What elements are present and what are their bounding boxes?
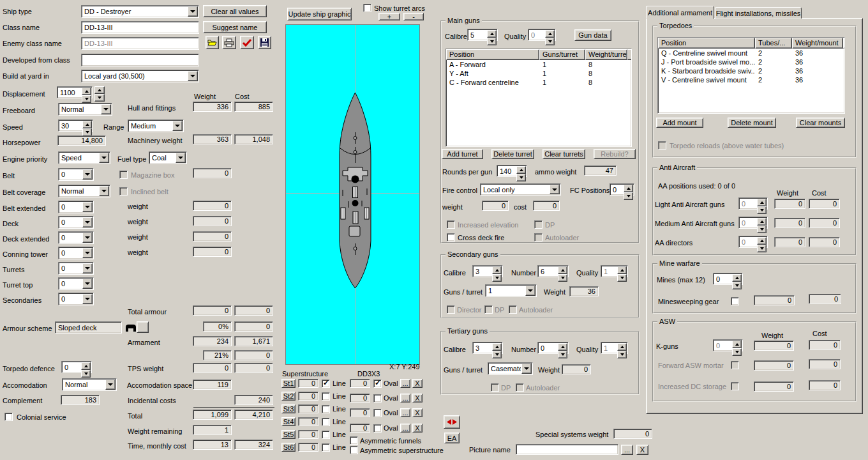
clear-all-values-button[interactable]: Clear all values — [203, 5, 267, 17]
spin-down-icon[interactable] — [558, 351, 567, 358]
spin-up-icon[interactable] — [492, 343, 502, 351]
column-header[interactable]: Guns/turret — [539, 49, 585, 60]
dropdown-arrow-icon[interactable] — [82, 169, 93, 180]
dropdown-arrow-icon[interactable] — [82, 279, 93, 289]
ship-graphic-canvas[interactable] — [285, 24, 420, 365]
spin-up-icon[interactable] — [558, 266, 567, 274]
spin-down-icon[interactable] — [757, 245, 767, 252]
st4-line-checkbox[interactable] — [322, 418, 330, 426]
spin-down-icon[interactable] — [757, 206, 767, 214]
accomodation-dropdown[interactable]: Normal — [62, 378, 117, 391]
funnel4-value-field[interactable]: 0 — [350, 424, 370, 433]
funnel4-delete-button[interactable]: X — [412, 424, 423, 433]
st5-button[interactable]: St5 — [281, 430, 296, 439]
medium-aa-spinner[interactable]: 0 — [738, 217, 768, 229]
funnel2-browse-button[interactable]: ... — [400, 394, 410, 402]
spin-up-icon[interactable] — [558, 343, 567, 351]
aa-directors-spinner[interactable]: 0 — [738, 236, 768, 248]
spin-up-icon[interactable] — [81, 362, 91, 370]
save-button[interactable] — [258, 36, 271, 49]
developed-from-class-input[interactable] — [81, 54, 199, 66]
column-header[interactable]: Position — [446, 49, 539, 60]
st6-button[interactable]: St6 — [281, 443, 296, 452]
spin-down-icon[interactable] — [624, 192, 633, 200]
dropdown-arrow-icon[interactable] — [521, 364, 532, 374]
sg-quality-spinner[interactable]: 1 — [601, 265, 628, 277]
funnel3-delete-button[interactable]: X — [412, 408, 423, 417]
dropdown-arrow-icon[interactable] — [525, 286, 535, 296]
dropdown-arrow-icon[interactable] — [550, 185, 560, 194]
funnel3-oval-checkbox[interactable] — [373, 409, 382, 417]
spin-up-icon[interactable] — [732, 274, 742, 282]
belt-dropdown[interactable]: 0 — [58, 168, 94, 181]
armour-scheme-field[interactable]: Sloped deck — [55, 321, 122, 334]
st3-button[interactable]: St3 — [281, 404, 296, 413]
spin-up-icon[interactable] — [94, 86, 105, 94]
st4-button[interactable]: St4 — [281, 417, 296, 426]
funnel2-value-field[interactable]: 0 — [350, 394, 370, 402]
funnel2-delete-button[interactable]: X — [412, 394, 423, 402]
st1-line-checkbox[interactable] — [322, 379, 330, 388]
spin-down-icon[interactable] — [81, 370, 91, 378]
funnel1-browse-button[interactable]: ... — [400, 379, 410, 388]
range-dropdown[interactable]: Medium — [128, 119, 184, 132]
st2-value-field[interactable]: 0 — [298, 392, 318, 401]
column-header[interactable]: Weight/mount — [792, 38, 843, 49]
spin-down-icon[interactable] — [617, 274, 627, 282]
armour-scheme-picker-button[interactable] — [137, 321, 149, 333]
freeboard-dropdown[interactable]: Normal — [58, 103, 112, 116]
dropdown-arrow-icon[interactable] — [82, 263, 93, 273]
spin-up-icon[interactable] — [757, 237, 767, 245]
sg-guns-turret-dropdown[interactable]: 1 — [485, 284, 537, 297]
deck-extended-dropdown[interactable]: 0 — [58, 231, 94, 244]
funnel3-value-field[interactable]: 0 — [350, 408, 370, 417]
dropdown-arrow-icon[interactable] — [172, 121, 183, 131]
turrets-dropdown[interactable]: 0 — [58, 262, 94, 275]
main-gun-row[interactable]: C - Forward centreline 1 8 — [446, 78, 631, 87]
turret-top-dropdown[interactable]: 0 — [58, 277, 94, 290]
spin-down-icon[interactable] — [732, 282, 742, 289]
torpedo-mount-row[interactable]: Q - Centreline swivel mount 2 36 — [658, 49, 844, 57]
funnel1-delete-button[interactable]: X — [412, 379, 423, 388]
spin-down-icon[interactable] — [558, 274, 567, 282]
spin-down-icon[interactable] — [492, 351, 502, 358]
funnel4-oval-checkbox[interactable] — [373, 424, 382, 433]
sg-number-spinner[interactable]: 6 — [537, 265, 569, 277]
zoom-out-button[interactable]: - — [403, 13, 424, 20]
spin-up-icon[interactable] — [545, 30, 555, 38]
st5-value-field[interactable]: 0 — [298, 430, 318, 439]
dropdown-arrow-icon[interactable] — [176, 153, 186, 163]
dropdown-arrow-icon[interactable] — [99, 186, 109, 196]
spin-up-icon[interactable] — [757, 218, 767, 226]
belt-extended-dropdown[interactable]: 0 — [58, 201, 94, 213]
clear-turrets-button[interactable]: Clear turrets — [542, 149, 585, 159]
dropdown-arrow-icon[interactable] — [99, 153, 109, 163]
st1-button[interactable]: St1 — [281, 379, 296, 388]
sg-calibre-spinner[interactable]: 3 — [472, 265, 503, 277]
colonial-service-checkbox[interactable] — [4, 413, 13, 421]
main-gun-row[interactable]: Y - Aft 1 8 — [446, 69, 631, 78]
fuel-type-dropdown[interactable]: Coal — [149, 151, 187, 164]
dropdown-arrow-icon[interactable] — [82, 294, 93, 304]
tab-flight-installations[interactable]: Flight installations, missiles — [715, 7, 802, 19]
mirror-arrows-button[interactable] — [444, 415, 460, 429]
belt-coverage-dropdown[interactable]: Normal — [58, 185, 110, 197]
dropdown-arrow-icon[interactable] — [188, 71, 198, 81]
show-turret-arcs-checkbox[interactable] — [363, 4, 371, 12]
add-turret-button[interactable]: Add turret — [442, 149, 483, 159]
picture-name-input[interactable] — [516, 444, 618, 455]
spin-up-icon[interactable] — [516, 166, 526, 174]
engine-priority-dropdown[interactable]: Speed — [58, 151, 110, 164]
spin-up-icon[interactable] — [732, 341, 742, 348]
spin-up-icon[interactable] — [492, 266, 502, 274]
dropdown-arrow-icon[interactable] — [188, 6, 198, 17]
st1-value-field[interactable]: 0 — [298, 379, 318, 388]
delete-mount-button[interactable]: Delete mount — [728, 118, 776, 128]
open-file-button[interactable] — [206, 36, 219, 49]
k-guns-spinner[interactable]: 0 — [713, 339, 743, 351]
deck-dropdown[interactable]: 0 — [58, 216, 94, 229]
column-header[interactable]: Tubes/... — [755, 38, 792, 49]
spin-down-icon[interactable] — [617, 351, 627, 358]
st6-value-field[interactable]: 0 — [298, 443, 318, 452]
torpedo-mount-row[interactable]: J - Port broadside swivel mo... 2 36 — [658, 57, 844, 66]
